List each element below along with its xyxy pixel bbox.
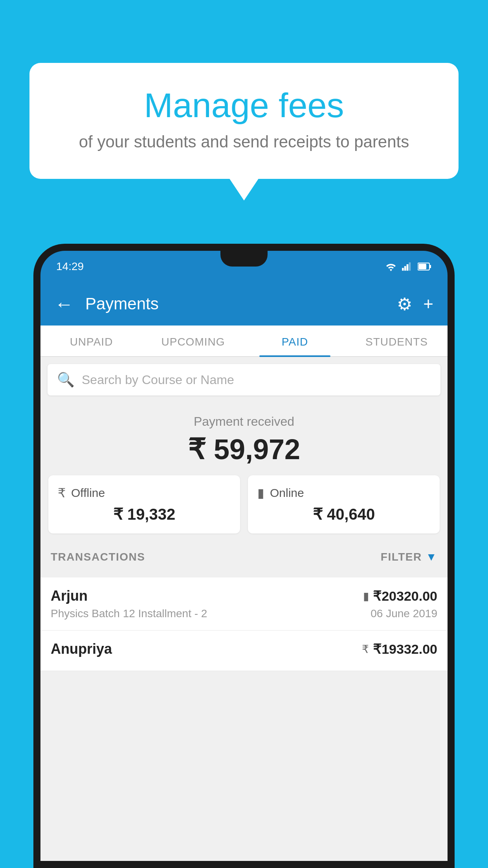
table-row: Anupriya ₹ ₹19332.00 [40,631,448,671]
tab-students[interactable]: STUDENTS [346,326,448,356]
status-bar: 14:29 [40,251,448,282]
wifi-icon [385,262,397,271]
transactions-label: TRANSACTIONS [51,551,145,563]
online-card-header: ▮ Online [257,485,430,500]
card-pay-icon-1: ▮ [363,590,369,603]
phone-mockup: 14:29 [33,244,455,868]
svg-rect-3 [409,263,411,271]
speech-bubble: Manage fees of your students and send re… [29,63,459,179]
tabs-bar: UNPAID UPCOMING PAID STUDENTS [40,326,448,357]
payment-amount: ₹ 59,972 [40,433,448,466]
phone-outer: 14:29 [33,244,455,868]
transaction-amount-wrap-2: ₹ ₹19332.00 [362,641,437,657]
transaction-name-2: Anupriya [51,641,112,657]
transactions-header: TRANSACTIONS FILTER ▼ [40,543,448,570]
phone-screen: ← Payments ⚙ + UNPAID UPCOMING PAID STUD… [40,282,448,861]
filter-icon: ▼ [426,551,437,563]
battery-icon [418,262,432,271]
online-amount: ₹ 40,640 [257,505,430,523]
offline-card: ₹ Offline ₹ 19,332 [48,475,240,533]
tab-upcoming[interactable]: UPCOMING [142,326,244,356]
offline-card-header: ₹ Offline [58,485,231,500]
online-icon: ▮ [257,485,264,500]
back-button[interactable]: ← [55,293,73,315]
status-icons [385,262,432,271]
transaction-top-1: Arjun ▮ ₹20320.00 [51,588,437,604]
bubble-title: Manage fees [61,86,427,125]
svg-rect-5 [429,265,431,268]
settings-button[interactable]: ⚙ [397,294,412,314]
offline-amount: ₹ 19,332 [58,505,231,523]
online-card: ▮ Online ₹ 40,640 [248,475,440,533]
notch [220,251,268,267]
add-button[interactable]: + [423,294,433,314]
app-bar: ← Payments ⚙ + [40,282,448,326]
payment-section: Payment received ₹ 59,972 ₹ Offline ₹ 19… [40,403,448,577]
svg-rect-1 [404,266,406,271]
transaction-top-2: Anupriya ₹ ₹19332.00 [51,641,437,657]
table-row: Arjun ▮ ₹20320.00 Physics Batch 12 Insta… [40,577,448,631]
transaction-name-1: Arjun [51,588,88,604]
svg-rect-2 [407,264,409,270]
filter-button[interactable]: FILTER ▼ [381,551,437,563]
payment-label: Payment received [40,414,448,429]
transaction-desc-1: Physics Batch 12 Installment - 2 [51,607,207,620]
tab-unpaid[interactable]: UNPAID [40,326,142,356]
transaction-amount-wrap-1: ▮ ₹20320.00 [363,588,437,604]
search-bar[interactable]: 🔍 Search by Course or Name [48,364,440,395]
transaction-bottom-1: Physics Batch 12 Installment - 2 06 June… [51,607,437,620]
tab-paid[interactable]: PAID [244,326,346,356]
search-icon: 🔍 [57,371,75,388]
filter-label: FILTER [381,551,422,563]
online-type: Online [270,486,304,500]
app-title: Payments [85,294,385,313]
cash-pay-icon-2: ₹ [362,643,369,656]
search-placeholder: Search by Course or Name [82,373,234,387]
bubble-subtitle: of your students and send receipts to pa… [61,132,427,151]
payment-cards-row: ₹ Offline ₹ 19,332 ▮ Online ₹ 40,640 [40,475,448,543]
offline-type: Offline [71,486,105,500]
svg-rect-0 [402,268,404,271]
offline-icon: ₹ [58,485,66,500]
svg-rect-6 [418,264,426,269]
transaction-amount-2: ₹19332.00 [373,641,437,657]
transaction-amount-1: ₹20320.00 [373,588,437,604]
app-bar-icons: ⚙ + [397,294,433,314]
signal-icon [402,262,413,271]
transaction-date-1: 06 June 2019 [371,607,437,620]
status-time: 14:29 [56,260,84,273]
